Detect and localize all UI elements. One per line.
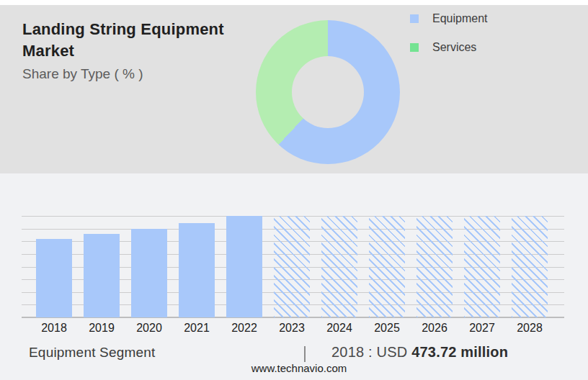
x-label-2026: 2026 (411, 322, 458, 335)
page-title: Landing String Equipment Market (22, 19, 244, 62)
bar-slot-2025 (363, 216, 411, 317)
bar-slot-2028 (506, 216, 553, 317)
legend: EquipmentServices (410, 10, 488, 68)
x-label-2025: 2025 (363, 322, 411, 335)
highlight-amount: 473.72 million (411, 344, 508, 360)
bar-chart-section: 2018201920202021202220232024202520262027… (0, 173, 588, 380)
bar-2021 (179, 223, 215, 317)
bar-slot-2019 (78, 216, 125, 317)
forecast-bar-2025 (369, 216, 405, 317)
bar-2022 (226, 216, 262, 317)
legend-label: Equipment (432, 12, 488, 25)
legend-swatch-equipment (410, 14, 419, 23)
bar-2020 (131, 229, 167, 317)
forecast-bar-2028 (512, 216, 548, 317)
legend-swatch-services (410, 43, 419, 52)
x-label-2027: 2027 (458, 322, 506, 335)
bar-slot-2022 (220, 216, 268, 317)
bar-slot-2021 (173, 216, 220, 317)
market-report-infographic: Landing String Equipment Market Share by… (0, 0, 588, 380)
bar-slot-2026 (411, 216, 458, 317)
forecast-bar-2027 (464, 216, 500, 317)
forecast-bar-2024 (321, 216, 357, 317)
x-label-2018: 2018 (30, 322, 78, 335)
bar-slot-2018 (30, 216, 78, 317)
legend-label: Services (432, 41, 476, 54)
highlight-prefix: 2018 : USD (331, 344, 411, 360)
x-axis-labels: 2018201920202021202220232024202520262027… (30, 322, 553, 335)
chart-subtitle: Share by Type ( % ) (22, 65, 244, 83)
bar-2019 (84, 234, 120, 317)
x-label-2023: 2023 (268, 322, 316, 335)
header-section: Landing String Equipment Market Share by… (0, 0, 588, 173)
x-label-2022: 2022 (220, 322, 268, 335)
segment-label: Equipment Segment (29, 345, 156, 361)
x-label-2019: 2019 (78, 322, 125, 335)
bar-2018 (36, 239, 72, 317)
donut-chart (256, 20, 400, 164)
title-block: Landing String Equipment Market Share by… (22, 19, 244, 83)
x-label-2021: 2021 (173, 322, 220, 335)
bars-container (30, 216, 553, 317)
forecast-bar-2023 (274, 216, 310, 317)
x-label-2020: 2020 (125, 322, 173, 335)
legend-item-equipment: Equipment (410, 10, 488, 27)
bar-slot-2027 (458, 216, 506, 317)
bar-slot-2024 (316, 216, 363, 317)
x-label-2028: 2028 (506, 322, 553, 335)
bar-slot-2023 (268, 216, 316, 317)
legend-item-services: Services (410, 39, 488, 56)
top-white-strip (0, 0, 588, 5)
footer-divider (304, 346, 306, 362)
x-label-2024: 2024 (316, 322, 363, 335)
bar-slot-2020 (125, 216, 173, 317)
highlight-value: 2018 : USD 473.72 million (331, 344, 508, 361)
donut-hole (292, 56, 364, 128)
forecast-bar-2026 (416, 216, 453, 317)
website-url: www.technavio.com (0, 362, 588, 374)
